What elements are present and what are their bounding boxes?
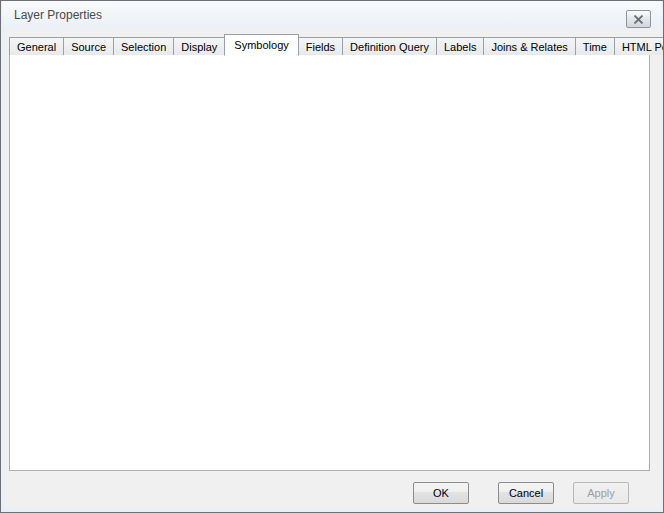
title-bar[interactable]: Layer Properties <box>2 1 662 29</box>
tab-fields[interactable]: Fields <box>298 37 343 55</box>
tab-time[interactable]: Time <box>575 37 615 55</box>
close-icon <box>633 15 644 24</box>
dialog-title: Layer Properties <box>14 8 102 22</box>
tab-general[interactable]: General <box>9 37 64 55</box>
dialog-body: General Source Selection Display Symbolo… <box>5 29 661 508</box>
tab-strip: General Source Selection Display Symbolo… <box>9 34 664 55</box>
tab-html-popup[interactable]: HTML Popup <box>614 37 664 55</box>
tab-definition-query[interactable]: Definition Query <box>342 37 437 55</box>
apply-button[interactable]: Apply <box>573 482 629 504</box>
tab-selection[interactable]: Selection <box>113 37 174 55</box>
tab-display[interactable]: Display <box>173 37 225 55</box>
cancel-button[interactable]: Cancel <box>498 482 554 504</box>
layer-properties-dialog: Layer Properties General Source Selectio… <box>0 0 664 513</box>
ok-button[interactable]: OK <box>413 482 469 504</box>
tab-symbology[interactable]: Symbology <box>224 34 298 56</box>
tab-source[interactable]: Source <box>63 37 114 55</box>
tab-joins-relates[interactable]: Joins & Relates <box>483 37 575 55</box>
close-button[interactable] <box>626 10 651 28</box>
tab-page-symbology <box>9 54 650 471</box>
tab-labels[interactable]: Labels <box>436 37 484 55</box>
